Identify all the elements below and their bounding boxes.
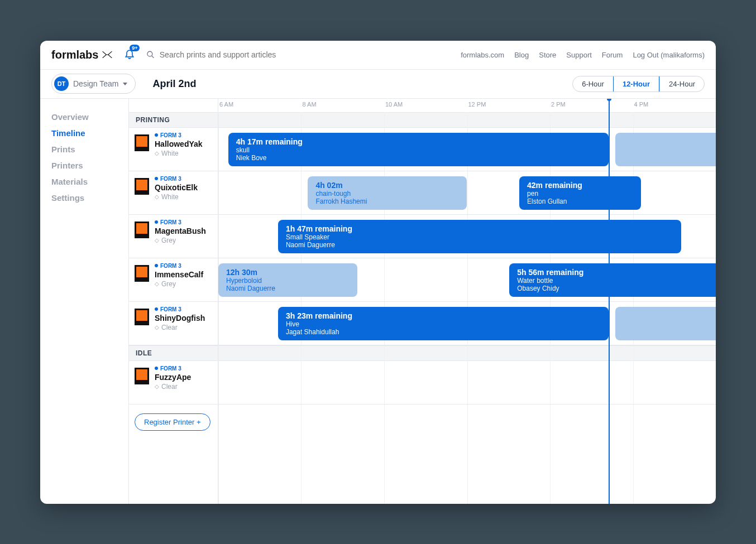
timeline-content: PRINTING FORM 3 HallowedYak White FORM 3… [128, 99, 716, 504]
search-bar [146, 50, 449, 59]
sidebar-item-settings[interactable]: Settings [51, 190, 117, 206]
printer-icon [135, 368, 149, 384]
job-user: Obasey Chidy [517, 285, 716, 292]
print-job-bar[interactable] [615, 133, 716, 166]
time-tick: 12 PM [468, 101, 486, 108]
nav-logout[interactable]: Log Out (malikaforms) [633, 51, 705, 59]
notification-badge: 9+ [130, 45, 140, 51]
job-name: skull [236, 146, 601, 154]
notifications-button[interactable]: 9+ [124, 48, 135, 61]
printer-meta: FORM 3 HallowedYak White [155, 132, 203, 157]
sidebar-item-timeline[interactable]: Timeline [51, 125, 117, 141]
job-duration: 3h 23m remaining [286, 311, 601, 320]
time-tick: 2 PM [551, 101, 566, 108]
job-duration: 4h 02m [315, 181, 459, 190]
print-job-bar[interactable] [615, 307, 716, 340]
range-6h[interactable]: 6-Hour [573, 76, 613, 92]
printer-label-column: PRINTING FORM 3 HallowedYak White FORM 3… [129, 99, 218, 504]
printer-name: FuzzyApe [155, 373, 191, 382]
print-job-bar[interactable]: 4h 02m chain-tough Farrokh Hashemi [308, 176, 467, 210]
sidebar-item-prints[interactable]: Prints [51, 141, 117, 157]
printer-row: FORM 3 MagentaBush Grey [129, 215, 218, 258]
butterfly-icon [102, 50, 113, 59]
time-tick: 10 AM [385, 101, 403, 108]
print-job-bar[interactable]: 5h 56m remaining Water bottle Obasey Chi… [509, 263, 716, 297]
register-printer-button[interactable]: Register Printer + [135, 413, 210, 431]
date-title: April 2nd [152, 78, 196, 90]
print-job-bar[interactable]: 42m remaining pen Elston Gullan [519, 176, 641, 210]
print-job-bar[interactable]: 1h 47m remaining Small Speaker Naomi Dag… [278, 220, 681, 253]
printer-name: ShinyDogfish [155, 314, 205, 322]
range-segmented-control: 6-Hour 12-Hour 24-Hour [572, 76, 705, 92]
printer-card[interactable]: FORM 3 MagentaBush Grey [129, 215, 218, 249]
printer-row: FORM 3 ShinyDogfish Clear [129, 302, 218, 345]
printer-card[interactable]: FORM 3 QuixoticElk White [129, 171, 218, 205]
job-user: Naomi Daguerre [226, 285, 350, 292]
printer-model: FORM 3 [155, 365, 191, 372]
job-name: pen [527, 190, 633, 198]
app-window: formlabs 9+ formlabs.com Blog Store Supp… [40, 41, 716, 504]
nav-site[interactable]: formlabs.com [461, 51, 504, 59]
printer-card[interactable]: FORM 3 ShinyDogfish Clear [129, 302, 218, 336]
search-icon [146, 50, 155, 59]
job-name: chain-tough [315, 190, 459, 198]
printer-name: ImmenseCalf [155, 270, 203, 279]
job-user: Niek Bove [236, 154, 601, 162]
nav-support[interactable]: Support [566, 51, 592, 59]
logo[interactable]: formlabs [51, 49, 113, 61]
printer-name: QuixoticElk [155, 183, 198, 192]
printer-icon [135, 309, 149, 325]
range-12h[interactable]: 12-Hour [613, 76, 659, 92]
section-header: IDLE [129, 345, 218, 361]
chevron-down-icon [123, 83, 127, 85]
printer-material: Clear [155, 383, 191, 391]
time-tick: 6 AM [219, 101, 233, 108]
timeline-grid: PRINTING FORM 3 HallowedYak White FORM 3… [129, 99, 716, 504]
printer-row: FORM 3 ImmenseCalf Grey [129, 258, 218, 302]
printer-card[interactable]: FORM 3 HallowedYak White [129, 128, 218, 162]
team-selector[interactable]: DT Design Team [51, 74, 136, 94]
job-name: Hyperboloid [226, 277, 350, 285]
timeline-lane-row: 4h 02m chain-tough Farrokh Hashemi42m re… [218, 171, 716, 215]
job-duration: 5h 56m remaining [517, 268, 716, 277]
printer-material: White [155, 150, 203, 157]
range-24h[interactable]: 24-Hour [659, 76, 704, 92]
current-time-indicator [609, 99, 610, 504]
print-job-bar[interactable]: 4h 17m remaining skull Niek Bove [228, 133, 609, 166]
printer-card[interactable]: FORM 3 FuzzyApe Clear [129, 361, 218, 395]
sidebar-item-overview[interactable]: Overview [51, 109, 117, 125]
svg-point-0 [147, 51, 152, 56]
search-input[interactable] [160, 50, 449, 59]
printer-model: FORM 3 [155, 306, 205, 312]
print-job-bar[interactable]: 12h 30m Hyperboloid Naomi Daguerre [218, 263, 357, 297]
nav-blog[interactable]: Blog [514, 51, 529, 59]
printer-model: FORM 3 [155, 176, 198, 182]
job-duration: 12h 30m [226, 268, 350, 277]
printer-meta: FORM 3 FuzzyApe Clear [155, 365, 191, 391]
printer-icon [135, 222, 149, 238]
body: OverviewTimelinePrintsPrintersMaterialsS… [40, 99, 716, 504]
job-duration: 42m remaining [527, 181, 633, 190]
printer-material: Grey [155, 237, 206, 244]
job-user: Naomi Daguerre [286, 241, 673, 249]
job-user: Elston Gullan [527, 198, 633, 205]
printer-card[interactable]: FORM 3 ImmenseCalf Grey [129, 258, 218, 292]
printer-name: MagentaBush [155, 227, 206, 235]
printer-name: HallowedYak [155, 139, 203, 148]
sidebar-item-materials[interactable]: Materials [51, 174, 117, 190]
time-axis: 6 AM8 AM10 AM12 PM2 PM4 PM6 PM [218, 99, 716, 112]
printer-material: Grey [155, 280, 203, 288]
timeline-lanes: 6 AM8 AM10 AM12 PM2 PM4 PM6 PM 4h 17m re… [218, 99, 716, 504]
timeline-lane-row: 4h 17m remaining skull Niek Bove [218, 128, 716, 171]
timeline-lane-row: 1h 47m remaining Small Speaker Naomi Dag… [218, 215, 716, 258]
print-job-bar[interactable]: 3h 23m remaining Hive Jagat Shahidullah [278, 307, 609, 340]
time-tick: 8 AM [302, 101, 316, 108]
sidebar-item-printers[interactable]: Printers [51, 157, 117, 174]
nav-forum[interactable]: Forum [602, 51, 623, 59]
timeline-lane-row [218, 361, 716, 405]
nav-store[interactable]: Store [539, 51, 556, 59]
job-user: Jagat Shahidullah [286, 328, 601, 336]
printer-icon [135, 134, 149, 151]
subheader: DT Design Team April 2nd 6-Hour 12-Hour … [40, 70, 716, 99]
timeline-lane-row: 12h 30m Hyperboloid Naomi Daguerre5h 56m… [218, 258, 716, 302]
